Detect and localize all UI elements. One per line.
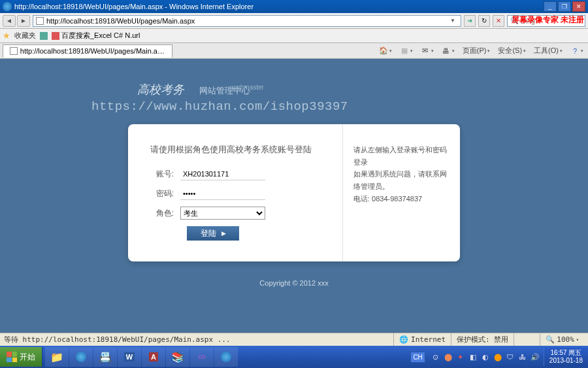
status-bar: 等待 http://localhost:18918/WebUI/pages/Ma… <box>0 333 588 346</box>
globe-icon: 🌐 <box>399 335 408 344</box>
status-text: 等待 http://localhost:18918/WebUI/pages/Ma… <box>4 335 393 344</box>
ie-icon <box>3 2 12 11</box>
username-label: 账号: <box>150 169 174 180</box>
login-button[interactable]: 登陆 ▶ <box>187 226 239 241</box>
zoom-control[interactable]: 🔍100%▾ <box>540 333 584 346</box>
stop-button[interactable]: ✕ <box>493 15 504 27</box>
tray-icon-4[interactable]: ◧ <box>468 352 478 361</box>
arrow-right-icon: ▶ <box>221 230 226 237</box>
go-button[interactable]: ➜ <box>464 15 476 27</box>
home-button[interactable]: 🏠▾ <box>377 46 394 56</box>
safety-menu[interactable]: 安全(S)▾ <box>496 46 528 56</box>
help-line-1: 请从左侧输入登录账号和密码登录 <box>353 144 449 168</box>
favorites-label[interactable]: 收藏夹 <box>14 31 36 41</box>
link-icon <box>52 32 59 40</box>
tray-network-icon[interactable]: 🖧 <box>518 352 527 361</box>
print-icon: 🖶 <box>442 46 451 56</box>
tab-page-icon <box>10 47 18 55</box>
hero-subtitle-en: webmaster <box>232 84 264 91</box>
site-icon <box>40 32 48 40</box>
forward-button[interactable]: ► <box>17 15 30 27</box>
tray-icon-7[interactable]: 🛡 <box>506 352 515 361</box>
taskbar-vs[interactable]: ∞ <box>190 347 214 367</box>
login-help: 请从左侧输入登录账号和密码登录 如果遇到系统问题，请联系网络管理员。 电话: 0… <box>342 124 460 261</box>
login-form: 请使用根据角色使用高校考务系统账号登陆 账号: 密码: 角色: 考生 登陆 ▶ <box>128 124 342 261</box>
help-line-3: 电话: 0834-98374837 <box>353 193 449 205</box>
taskbar-app-3[interactable]: 📇 <box>93 347 117 367</box>
address-bar[interactable]: ▼ <box>33 15 461 27</box>
page-menu[interactable]: 页面(P)▾ <box>461 46 493 56</box>
minimize-button[interactable]: _ <box>544 1 557 12</box>
role-label: 角色: <box>150 208 174 219</box>
back-button[interactable]: ◄ <box>3 15 16 27</box>
tray-icon-3[interactable]: ✦ <box>456 352 465 361</box>
taskbar-app-6[interactable]: 📚 <box>166 347 189 367</box>
login-card: 请使用根据角色使用高校考务系统账号登陆 账号: 密码: 角色: 考生 登陆 ▶ … <box>128 124 460 261</box>
help-line-2: 如果遇到系统问题，请联系网络管理员。 <box>353 168 449 192</box>
favorites-star-icon[interactable]: ★ <box>3 31 10 41</box>
system-tray: ⊙ ⬤ ✦ ◧ ◐ ⬤ 🛡 🖧 🔊 <box>427 352 544 361</box>
tray-icon-1[interactable]: ⊙ <box>431 352 440 361</box>
help-icon: ? <box>570 46 580 56</box>
tools-menu[interactable]: 工具(O)▾ <box>532 46 564 56</box>
suggested-sites[interactable] <box>40 32 48 40</box>
tray-icon-2[interactable]: ⬤ <box>444 352 453 361</box>
login-button-label: 登陆 <box>201 228 216 239</box>
status-protected-mode: 保护模式: 禁用 <box>451 333 514 346</box>
rss-icon: ▦ <box>400 46 409 56</box>
close-button[interactable]: ✕ <box>572 1 585 12</box>
status-progress <box>514 333 540 346</box>
login-prompt: 请使用根据角色使用高校考务系统账号登陆 <box>150 144 327 156</box>
tab-title: http://localhost:18918/WebUI/pages/Main.… <box>20 47 165 55</box>
start-button[interactable]: 开始 <box>0 347 42 367</box>
hero-title: 高校考务 <box>137 82 184 97</box>
password-input[interactable] <box>180 187 265 200</box>
copyright: Copyright © 2012 xxx <box>0 279 588 287</box>
username-input[interactable] <box>180 167 265 180</box>
taskbar: 开始 📁 📇 W A 📚 ∞ CH ⊙ ⬤ ✦ ◧ ◐ ⬤ 🛡 🖧 🔊 16:5… <box>0 346 588 368</box>
status-zone: 🌐Internet <box>393 333 451 346</box>
mail-icon: ✉ <box>421 46 430 56</box>
browser-tab[interactable]: http://localhost:18918/WebUI/pages/Main.… <box>3 44 172 58</box>
zoom-icon: 🔍 <box>546 335 555 344</box>
page-content: 高校考务 网站管理中心 webmaster https://www.huzhan… <box>0 59 588 333</box>
tray-icon-6[interactable]: ⬤ <box>493 352 502 361</box>
taskbar-app-1[interactable]: 📁 <box>45 347 69 367</box>
window-title: http://localhost:18918/WebUI/pages/Main.… <box>14 3 544 10</box>
favorite-link-1[interactable]: 百度搜索_Excel C# N.url <box>52 31 140 41</box>
hero-url: https://www.huzhan.com/ishop39397 <box>91 99 348 114</box>
taskbar-access[interactable]: A <box>142 347 165 367</box>
url-dropdown-icon[interactable]: ▼ <box>448 18 458 24</box>
tray-volume-icon[interactable]: 🔊 <box>531 352 540 361</box>
password-label: 密码: <box>150 188 174 199</box>
language-indicator[interactable]: CH <box>410 352 425 363</box>
tray-icon-5[interactable]: ◐ <box>481 352 490 361</box>
windows-logo-icon <box>7 352 17 362</box>
role-select[interactable]: 考生 <box>180 207 265 220</box>
restore-button[interactable]: ❐ <box>558 1 571 12</box>
tab-row: http://localhost:18918/WebUI/pages/Main.… <box>0 43 588 59</box>
address-bar-row: ◄ ► ▼ ➜ ↻ ✕ 🔍 Bing <box>0 13 588 29</box>
help-button[interactable]: ?▾ <box>568 46 585 56</box>
taskbar-app-2[interactable] <box>69 347 93 367</box>
recorder-watermark: 屏幕录像专家 未注册 <box>512 14 584 25</box>
print-button[interactable]: 🖶▾ <box>440 46 457 56</box>
window-titlebar: http://localhost:18918/WebUI/pages/Main.… <box>0 0 588 13</box>
feeds-button[interactable]: ▦▾ <box>398 46 415 56</box>
taskbar-word[interactable]: W <box>118 347 141 367</box>
favorites-bar: ★ 收藏夹 百度搜索_Excel C# N.url <box>0 29 588 43</box>
taskbar-clock[interactable]: 16:57 周五 2013-01-18 <box>544 348 588 366</box>
url-input[interactable] <box>46 17 448 25</box>
taskbar-ie[interactable] <box>214 347 238 367</box>
refresh-button[interactable]: ↻ <box>478 15 490 27</box>
mail-button[interactable]: ✉▾ <box>419 46 436 56</box>
page-icon <box>36 17 44 25</box>
home-icon: 🏠 <box>379 46 388 56</box>
